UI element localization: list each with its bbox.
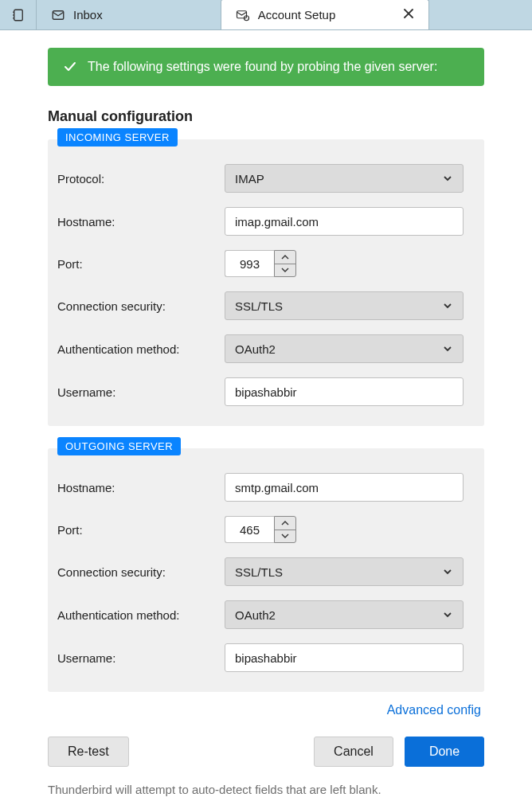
address-book-icon: [11, 8, 25, 22]
account-setup-icon: [236, 8, 250, 22]
retest-button[interactable]: Re-test: [48, 737, 129, 767]
chevron-down-icon: [442, 566, 453, 577]
incoming-port-spinner[interactable]: [274, 250, 296, 277]
check-icon: [62, 59, 78, 75]
note-autodetect: Thunderbird will attempt to auto-detect …: [48, 783, 484, 796]
incoming-port-input[interactable]: 993: [225, 250, 274, 277]
spinner-down-button[interactable]: [275, 264, 295, 277]
done-button[interactable]: Done: [405, 737, 484, 767]
content: The following settings were found by pro…: [0, 30, 532, 805]
incoming-protocol-select[interactable]: IMAP: [225, 164, 464, 193]
chevron-down-icon: [281, 268, 289, 272]
outgoing-security-value: SSL/TLS: [235, 565, 442, 579]
outgoing-port-label: Port:: [57, 523, 225, 537]
chevron-up-icon: [281, 255, 289, 260]
inbox-icon: [51, 8, 65, 22]
incoming-port-label: Port:: [57, 257, 225, 271]
chevron-down-icon: [442, 343, 453, 354]
incoming-badge: INCOMING SERVER: [57, 128, 178, 147]
incoming-auth-value: OAuth2: [235, 342, 442, 356]
incoming-hostname-input[interactable]: imap.gmail.com: [225, 207, 464, 236]
outgoing-security-select[interactable]: SSL/TLS: [225, 557, 464, 586]
incoming-username-label: Username:: [57, 385, 225, 399]
incoming-username-input[interactable]: bipashabbir: [225, 377, 464, 406]
chevron-down-icon: [442, 300, 453, 311]
incoming-auth-select[interactable]: OAuth2: [225, 334, 464, 363]
cancel-button[interactable]: Cancel: [314, 737, 393, 767]
chevron-up-icon: [281, 521, 289, 526]
chevron-down-icon: [442, 173, 453, 184]
outgoing-auth-value: OAuth2: [235, 608, 442, 622]
outgoing-hostname-label: Hostname:: [57, 481, 225, 494]
outgoing-port-spinner[interactable]: [274, 516, 296, 543]
button-row: Re-test Cancel Done: [48, 737, 484, 767]
close-icon: [403, 8, 414, 19]
outgoing-username-label: Username:: [57, 651, 225, 665]
outgoing-badge: OUTGOING SERVER: [57, 437, 181, 455]
manual-config-title: Manual configuration: [48, 108, 484, 125]
incoming-protocol-label: Protocol:: [57, 172, 225, 186]
tab-bar: Inbox Account Setup: [0, 0, 532, 30]
address-book-button[interactable]: [0, 0, 37, 29]
chevron-down-icon: [281, 533, 289, 538]
chevron-down-icon: [442, 609, 453, 620]
tab-account-setup[interactable]: Account Setup: [221, 0, 429, 29]
incoming-protocol-value: IMAP: [235, 172, 442, 186]
incoming-hostname-label: Hostname:: [57, 215, 225, 229]
incoming-security-select[interactable]: SSL/TLS: [225, 291, 464, 320]
success-alert: The following settings were found by pro…: [48, 48, 484, 86]
svg-rect-0: [14, 10, 22, 21]
incoming-auth-label: Authentication method:: [57, 342, 225, 356]
incoming-security-value: SSL/TLS: [235, 299, 442, 313]
outgoing-auth-select[interactable]: OAuth2: [225, 600, 464, 629]
outgoing-hostname-input[interactable]: smtp.gmail.com: [225, 473, 464, 502]
outgoing-auth-label: Authentication method:: [57, 608, 225, 622]
spinner-up-button[interactable]: [275, 517, 295, 530]
outgoing-security-label: Connection security:: [57, 565, 225, 579]
outgoing-port-input[interactable]: 465: [225, 516, 274, 543]
tab-inbox[interactable]: Inbox: [37, 0, 117, 29]
outgoing-username-input[interactable]: bipashabbir: [225, 643, 464, 672]
incoming-server-card: INCOMING SERVER Protocol: IMAP Hostname:…: [48, 139, 484, 426]
tab-inbox-label: Inbox: [73, 8, 103, 21]
tab-account-setup-label: Account Setup: [258, 8, 336, 21]
spinner-down-button[interactable]: [275, 530, 295, 543]
svg-rect-5: [237, 10, 246, 18]
tab-close-button[interactable]: [363, 8, 414, 21]
spinner-up-button[interactable]: [275, 251, 295, 264]
outgoing-server-card: OUTGOING SERVER Hostname: smtp.gmail.com…: [48, 448, 484, 692]
advanced-config-link[interactable]: Advanced config: [48, 703, 481, 717]
alert-text: The following settings were found by pro…: [88, 60, 437, 74]
incoming-security-label: Connection security:: [57, 299, 225, 313]
